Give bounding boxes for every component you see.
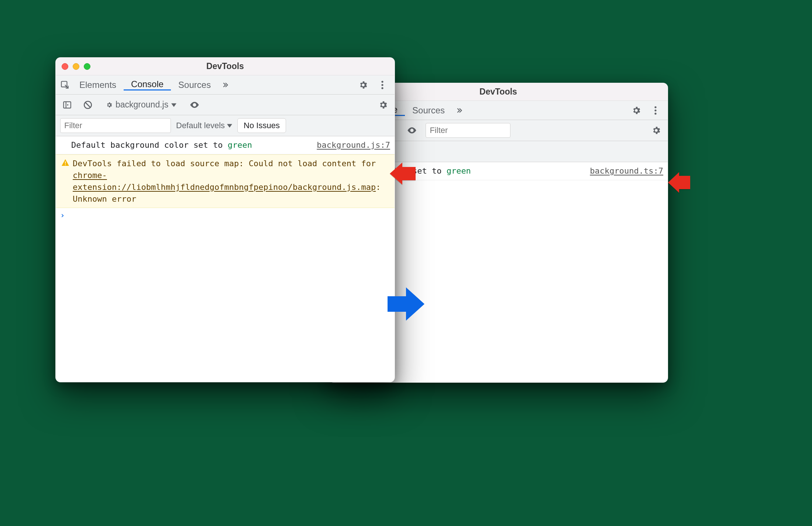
more-tabs-icon[interactable] bbox=[218, 78, 232, 92]
svg-point-9 bbox=[654, 106, 656, 108]
tab-label: Sources bbox=[178, 80, 211, 90]
log-source-link[interactable]: background.js:7 bbox=[317, 139, 390, 151]
tab-label: Elements bbox=[79, 80, 116, 90]
sourcemap-url-link[interactable]: chrome-extension://liobmlhmhjfldnedgofmn… bbox=[73, 171, 376, 192]
execution-context-selector[interactable]: background.js bbox=[102, 98, 181, 111]
console-prompt[interactable]: › bbox=[56, 208, 395, 223]
more-tabs-icon[interactable] bbox=[452, 103, 466, 117]
console-settings-gear-icon[interactable] bbox=[649, 123, 663, 137]
live-expression-eye-icon[interactable] bbox=[187, 98, 202, 112]
clear-console-icon[interactable] bbox=[81, 98, 95, 112]
issues-label: No Issues bbox=[244, 121, 280, 130]
svg-point-11 bbox=[654, 113, 656, 115]
svg-rect-8 bbox=[65, 164, 66, 165]
log-message: DevTools failed to load source map: Coul… bbox=[73, 158, 390, 205]
tab-console[interactable]: Console bbox=[124, 79, 171, 90]
svg-rect-7 bbox=[65, 161, 66, 164]
chevron-down-icon bbox=[227, 123, 232, 128]
log-entry: Default background color set to green ba… bbox=[56, 136, 395, 154]
titlebar: DevTools bbox=[56, 58, 395, 75]
gear-icon[interactable] bbox=[629, 103, 643, 117]
svg-point-1 bbox=[381, 81, 383, 82]
live-expression-eye-icon[interactable] bbox=[405, 123, 419, 137]
chevron-down-icon bbox=[171, 102, 176, 107]
log-value-color: green bbox=[228, 140, 252, 150]
context-label: background.js bbox=[116, 100, 168, 110]
log-entry-warning: DevTools failed to load source map: Coul… bbox=[56, 154, 395, 208]
inspect-element-icon[interactable] bbox=[58, 78, 72, 92]
svg-point-12 bbox=[411, 130, 413, 132]
log-levels-dropdown[interactable]: Default levels bbox=[176, 121, 232, 130]
log-message: Default background color set to green bbox=[71, 139, 317, 151]
svg-point-10 bbox=[654, 109, 656, 111]
devtools-window-left: DevTools Elements Console Sources bbox=[55, 57, 395, 382]
tab-label: Console bbox=[131, 79, 164, 89]
svg-point-3 bbox=[381, 87, 383, 89]
issues-button[interactable]: No Issues bbox=[237, 118, 286, 133]
kebab-menu-icon[interactable] bbox=[375, 78, 389, 92]
annotation-red-arrow-left bbox=[390, 163, 416, 187]
console-output: Default background color set to green ba… bbox=[56, 136, 395, 223]
tab-sources[interactable]: Sources bbox=[405, 105, 452, 116]
tab-label: Sources bbox=[412, 105, 445, 116]
log-value-color: green bbox=[447, 166, 471, 175]
tab-elements[interactable]: Elements bbox=[72, 80, 124, 90]
svg-point-6 bbox=[194, 104, 196, 106]
warning-icon bbox=[61, 158, 70, 167]
kebab-menu-icon[interactable] bbox=[648, 103, 663, 117]
window-title: DevTools bbox=[56, 61, 395, 71]
devtools-tabbar: Elements Console Sources bbox=[56, 75, 395, 95]
log-levels-label: Default levels bbox=[176, 121, 225, 130]
console-filterbar: Default levels No Issues bbox=[56, 115, 395, 136]
filter-input[interactable] bbox=[60, 118, 171, 133]
toggle-console-sidebar-icon[interactable] bbox=[60, 98, 74, 112]
annotation-blue-arrow bbox=[388, 287, 424, 322]
console-settings-gear-icon[interactable] bbox=[376, 98, 390, 112]
annotation-red-arrow-right bbox=[668, 172, 690, 195]
gear-icon[interactable] bbox=[356, 78, 370, 92]
svg-point-2 bbox=[381, 84, 383, 86]
console-toolbar: background.js bbox=[56, 95, 395, 115]
filter-input[interactable] bbox=[426, 123, 510, 138]
tab-sources[interactable]: Sources bbox=[171, 80, 218, 90]
log-source-link[interactable]: background.ts:7 bbox=[590, 165, 663, 177]
